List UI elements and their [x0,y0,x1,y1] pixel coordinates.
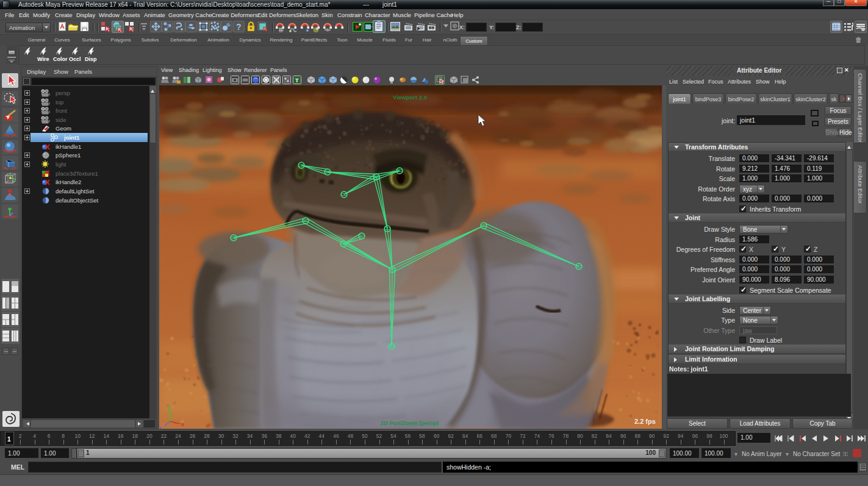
svg-text:2D Pan/Zoom (persp): 2D Pan/Zoom (persp) [381,420,439,426]
svg-text:z: z [159,425,162,429]
svg-text:Viewport 2.0: Viewport 2.0 [393,94,427,101]
svg-text:y: y [168,404,171,410]
svg-text:?: ? [236,22,242,32]
svg-text:T: T [295,77,299,84]
svg-text:2.2 fps: 2.2 fps [634,418,656,425]
svg-text:x: x [181,421,184,427]
